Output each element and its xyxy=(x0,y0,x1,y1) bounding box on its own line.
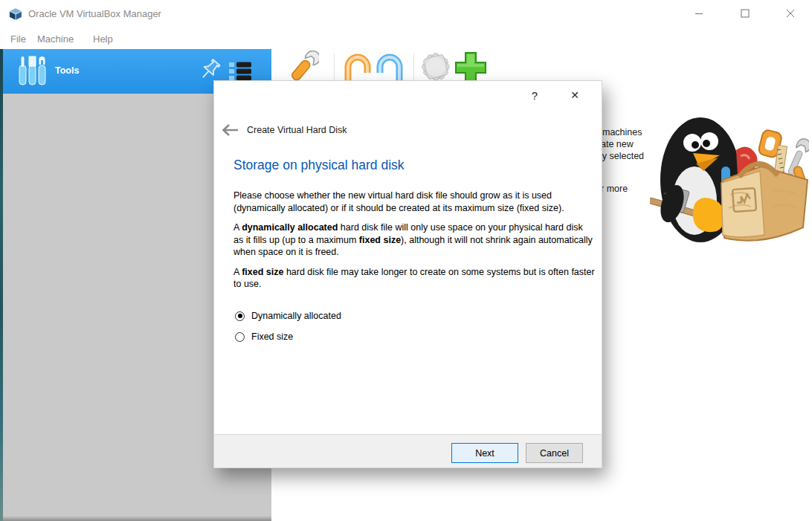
radio-label: Fixed size xyxy=(251,331,293,342)
virtualbox-logo-icon xyxy=(8,7,23,22)
menu-bar: File Machine Help xyxy=(0,28,812,49)
tools-panel-label: Tools xyxy=(55,65,79,76)
welcome-text-fragment: ly selected xyxy=(600,151,644,161)
maximize-icon xyxy=(741,9,750,18)
maximize-button[interactable] xyxy=(728,0,762,27)
window-title: Oracle VM VirtualBox Manager xyxy=(28,8,161,19)
page-heading: Storage on physical hard disk xyxy=(233,158,405,173)
cancel-button[interactable]: Cancel xyxy=(526,443,583,463)
dialog-paragraph-3: A fixed size hard disk file may take lon… xyxy=(233,266,595,291)
title-bar: Oracle VM VirtualBox Manager xyxy=(0,0,812,28)
window-close-button[interactable] xyxy=(773,0,808,27)
dialog-paragraph-1: Please choose whether the new virtual ha… xyxy=(233,190,595,214)
tools-icon xyxy=(17,55,48,88)
welcome-text-fragment: machines xyxy=(602,127,642,137)
dialog-body-text: Please choose whether the new virtual ha… xyxy=(233,190,595,298)
radio-button-icon[interactable] xyxy=(235,332,245,342)
tux-toolbox-illustration xyxy=(650,109,809,245)
next-button[interactable]: Next xyxy=(451,443,518,463)
menu-help[interactable]: Help xyxy=(90,32,116,46)
menu-file[interactable]: File xyxy=(7,32,29,46)
dialog-title: Create Virtual Hard Disk xyxy=(247,125,347,135)
panel-menu-icon[interactable] xyxy=(228,62,252,81)
minimize-icon xyxy=(695,9,703,18)
minimize-button[interactable] xyxy=(682,0,716,27)
radio-label: Dynamically allocated xyxy=(251,311,341,321)
welcome-text-fragment: r more xyxy=(601,184,628,194)
window-close-icon xyxy=(786,9,795,18)
dialog-close-button[interactable]: ✕ xyxy=(562,84,587,106)
radio-fixed-size[interactable]: Fixed size xyxy=(235,331,293,343)
dialog-footer: Next Cancel xyxy=(214,434,602,467)
radio-dynamically-allocated[interactable]: Dynamically allocated xyxy=(235,310,341,322)
back-arrow-icon[interactable] xyxy=(221,123,239,137)
create-virtual-hard-disk-dialog: ? ✕ Create Virtual Hard Disk Storage on … xyxy=(213,80,602,468)
dialog-paragraph-2: A dynamically allocated hard disk file w… xyxy=(233,221,595,259)
dialog-help-button[interactable]: ? xyxy=(522,84,547,106)
virtualbox-manager-window: Oracle VM VirtualBox Manager File Machin… xyxy=(0,0,812,521)
menu-machine[interactable]: Machine xyxy=(34,32,77,46)
welcome-text-fragment: ate new xyxy=(601,139,634,149)
radio-button-icon[interactable] xyxy=(235,311,245,321)
